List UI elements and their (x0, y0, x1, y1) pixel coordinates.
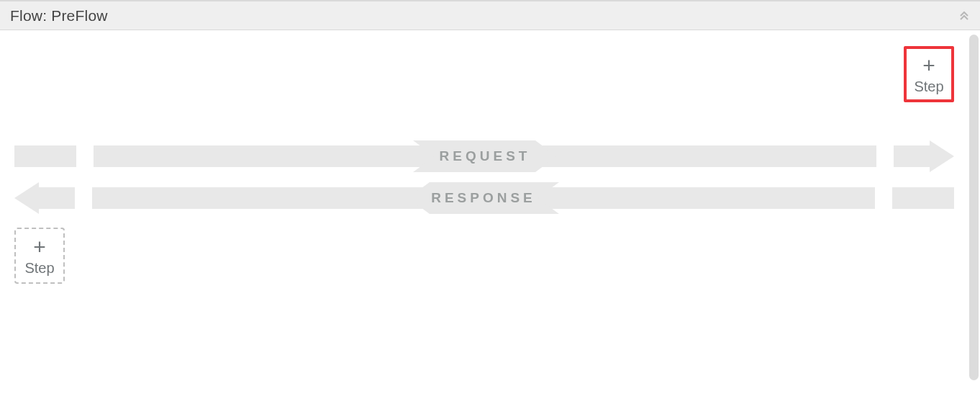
plus-icon: + (922, 55, 935, 76)
panel-title: Flow: PreFlow (10, 7, 108, 24)
vertical-scrollbar[interactable] (969, 35, 979, 380)
step-button-label: Step (24, 261, 54, 275)
svg-marker-1 (930, 140, 954, 172)
response-label: RESPONSE (431, 190, 536, 206)
flow-segment (894, 145, 930, 167)
request-flow-bar: REQUEST (94, 145, 876, 167)
flow-segment (14, 145, 76, 167)
arrow-right-icon (930, 140, 954, 172)
response-flow: RESPONSE (14, 187, 954, 209)
arrow-left-icon (14, 182, 39, 214)
response-label-chevron: RESPONSE (408, 182, 559, 214)
panel-header: Flow: PreFlow (0, 1, 980, 30)
chevron-double-up-icon (958, 10, 970, 22)
response-flow-bar: RESPONSE (92, 187, 875, 209)
flow-segment (39, 187, 75, 209)
request-step-row: + Step (14, 46, 954, 102)
request-flow: REQUEST (14, 145, 954, 167)
plus-icon: + (33, 236, 46, 258)
svg-marker-2 (14, 182, 39, 214)
request-label: REQUEST (440, 148, 531, 164)
flow-diagram: REQUEST (14, 145, 954, 209)
request-label-chevron: REQUEST (413, 140, 557, 172)
collapse-button[interactable] (956, 7, 973, 24)
panel-body: + Step REQUEST (0, 30, 967, 399)
step-button-label: Step (914, 79, 943, 94)
flow-segment (892, 187, 954, 209)
response-step-row: + Step (14, 228, 954, 284)
add-request-step-button[interactable]: + Step (904, 46, 954, 102)
panel-body-wrap: + Step REQUEST (0, 30, 980, 399)
flow-panel: Flow: PreFlow + Step (0, 0, 980, 399)
add-response-step-button[interactable]: + Step (14, 228, 65, 284)
